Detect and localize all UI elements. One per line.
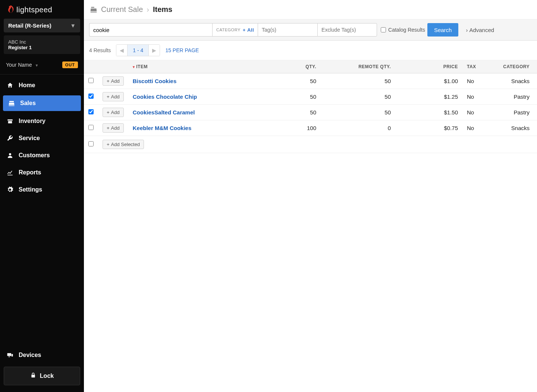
nav-customers[interactable]: Customers: [0, 147, 84, 164]
home-icon: [7, 82, 13, 89]
lock-icon: [30, 372, 36, 380]
svg-rect-1: [7, 353, 12, 356]
main-content: Current Sale › Items CATEGORY + All Cata…: [84, 0, 537, 392]
plus-icon: +: [107, 94, 110, 99]
user-name-label: Your Name: [6, 62, 32, 68]
chevron-right-icon: ›: [466, 27, 468, 33]
plus-icon: +: [107, 110, 110, 115]
col-remote[interactable]: REMOTE QTY.: [321, 60, 395, 73]
col-item[interactable]: ▾ITEM: [128, 60, 276, 73]
nav-devices[interactable]: Devices: [0, 347, 84, 364]
cell-price: $1.00: [395, 73, 462, 89]
nav-home[interactable]: Home: [0, 77, 84, 94]
advanced-toggle[interactable]: › Advanced: [466, 27, 494, 33]
user-row: Your Name ▼ OUT: [0, 57, 84, 75]
row-checkbox[interactable]: [88, 78, 94, 83]
sidebar: lightspeed Retail (R-Series) ▼ ABC Inc R…: [0, 0, 84, 392]
add-button[interactable]: +Add: [103, 76, 124, 86]
svg-rect-2: [12, 354, 13, 357]
col-qty[interactable]: QTY.: [276, 60, 321, 73]
item-link[interactable]: Biscotti Cookies: [133, 78, 177, 84]
cell-tax: No: [462, 105, 489, 120]
user-menu[interactable]: Your Name ▼: [6, 62, 38, 68]
retail-selector[interactable]: Retail (R-Series) ▼: [4, 19, 80, 32]
nav-service[interactable]: Service: [0, 130, 84, 147]
cell-qty: 50: [276, 89, 321, 105]
category-filter[interactable]: CATEGORY + All: [212, 23, 258, 37]
col-tax[interactable]: TAX: [462, 60, 489, 73]
add-selected-row: +Add Selected: [84, 136, 537, 153]
cell-remote: 50: [321, 73, 395, 89]
add-button[interactable]: +Add: [103, 123, 124, 133]
plus-icon: +: [107, 142, 110, 147]
item-link[interactable]: Keebler M&M Cookies: [133, 125, 192, 131]
wrench-icon: [7, 135, 13, 142]
sort-desc-icon: ▾: [133, 65, 135, 69]
chevron-down-icon: ▼: [70, 22, 76, 29]
item-link[interactable]: CookiesSalted Caramel: [133, 109, 195, 116]
nav-reports-label: Reports: [19, 169, 41, 176]
devices-icon: [7, 352, 13, 358]
nav-inventory[interactable]: Inventory: [0, 113, 84, 130]
search-button[interactable]: Search: [427, 23, 459, 37]
bottom-nav: Devices Lock: [0, 347, 84, 392]
pager-next[interactable]: ▶: [148, 45, 160, 56]
nav-service-label: Service: [19, 135, 40, 142]
row-checkbox[interactable]: [88, 125, 94, 130]
table-row: +AddCookies Chocolate Chip5050$1.25NoPas…: [84, 89, 537, 105]
col-price[interactable]: PRICE: [395, 60, 462, 73]
cell-remote: 50: [321, 89, 395, 105]
col-category[interactable]: CATEGORY: [489, 60, 537, 73]
cell-price: $1.25: [395, 89, 462, 105]
lock-button[interactable]: Lock: [4, 367, 80, 385]
caret-down-icon: ▼: [35, 63, 38, 67]
breadcrumb-parent[interactable]: Current Sale: [101, 5, 143, 14]
cell-tax: No: [462, 120, 489, 136]
select-all-checkbox[interactable]: [88, 141, 94, 146]
cell-tax: No: [462, 89, 489, 105]
cell-category: Snacks: [489, 73, 537, 89]
cell-price: $1.50: [395, 105, 462, 120]
box-icon: [7, 118, 13, 124]
cell-qty: 50: [276, 73, 321, 89]
nav-sales[interactable]: Sales: [3, 95, 81, 111]
add-button[interactable]: +Add: [103, 92, 124, 101]
breadcrumb: Current Sale › Items: [84, 0, 537, 19]
nav-settings[interactable]: Settings: [0, 181, 84, 198]
chart-icon: [7, 169, 13, 176]
pager-range: 1 - 4: [128, 45, 148, 56]
catalog-checkbox[interactable]: [381, 27, 386, 32]
cell-remote: 50: [321, 105, 395, 120]
pager-prev[interactable]: ◀: [116, 45, 128, 56]
cell-qty: 50: [276, 105, 321, 120]
add-selected-button[interactable]: +Add Selected: [103, 140, 144, 149]
cell-category: Snacks: [489, 120, 537, 136]
out-badge[interactable]: OUT: [62, 61, 78, 68]
store-info[interactable]: ABC Inc Register 1: [4, 35, 80, 54]
register-icon: [90, 6, 97, 13]
per-page-select[interactable]: 15 PER PAGE: [165, 47, 199, 53]
add-button[interactable]: +Add: [103, 108, 124, 117]
results-bar: 4 Results ◀ 1 - 4 ▶ 15 PER PAGE: [84, 41, 537, 60]
items-table: ▾ITEM QTY. REMOTE QTY. PRICE TAX CATEGOR…: [84, 60, 537, 153]
cell-category: Pastry: [489, 105, 537, 120]
nav-inventory-label: Inventory: [19, 118, 45, 124]
register-icon: [8, 100, 15, 107]
nav-home-label: Home: [19, 82, 35, 89]
nav-settings-label: Settings: [19, 186, 42, 193]
item-link[interactable]: Cookies Chocolate Chip: [133, 94, 197, 100]
nav-reports[interactable]: Reports: [0, 164, 84, 181]
tags-input[interactable]: [258, 23, 317, 37]
table-row: +AddKeebler M&M Cookies1000$0.75NoSnacks: [84, 120, 537, 136]
lock-label: Lock: [40, 373, 54, 379]
row-checkbox[interactable]: [88, 109, 94, 114]
cell-price: $0.75: [395, 120, 462, 136]
row-checkbox[interactable]: [88, 94, 94, 99]
catalog-results-toggle[interactable]: Catalog Results Search › Advanced: [381, 23, 494, 37]
cell-tax: No: [462, 73, 489, 89]
results-count: 4 Results: [89, 47, 111, 53]
retail-selector-label: Retail (R-Series): [8, 22, 51, 29]
search-input[interactable]: [89, 23, 212, 37]
plus-icon: +: [107, 125, 110, 131]
exclude-tags-input[interactable]: [317, 23, 377, 37]
